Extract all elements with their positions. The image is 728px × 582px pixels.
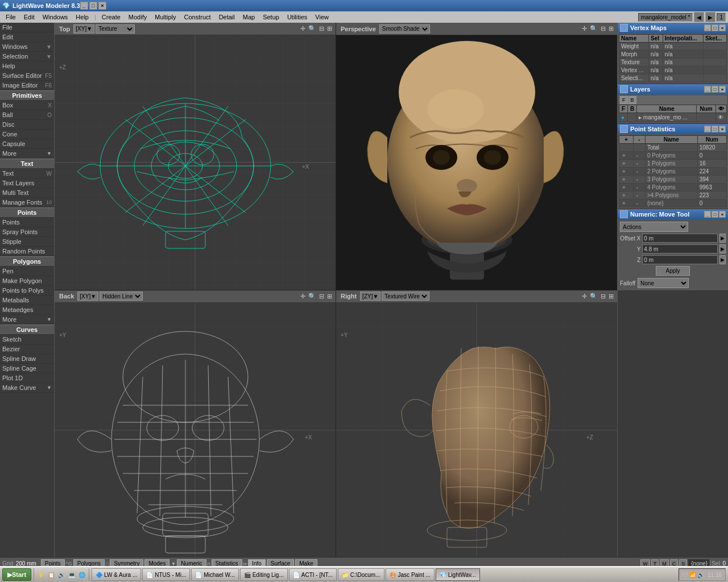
menu-multiply[interactable]: Multiply <box>151 13 179 21</box>
sidebar-item-cone[interactable]: Cone <box>0 130 54 139</box>
y-input[interactable] <box>642 244 718 253</box>
sidebar-item-manage-fonts[interactable]: Manage Fonts 10 <box>0 198 54 207</box>
tray-icon-3[interactable]: 🔊 <box>57 570 66 579</box>
y-arrow[interactable]: ▶ <box>719 244 726 253</box>
layers-close[interactable]: × <box>719 86 726 93</box>
sidebar-item-ball[interactable]: Ball O <box>0 110 54 120</box>
vp-right-move-icon[interactable]: ✛ <box>581 293 588 300</box>
layer-row-mangalore[interactable]: ● ▸ mangalore_mo ... 👁 <box>619 113 727 122</box>
vm-close[interactable]: × <box>719 24 726 31</box>
vp-fit-icon[interactable]: ⊞ <box>326 25 333 32</box>
layer-f-btn[interactable]: F <box>620 96 628 104</box>
actions-select[interactable]: Actions <box>620 222 688 232</box>
vp-persp-zoom2-icon[interactable]: ⊟ <box>599 25 607 32</box>
nav-next-button[interactable]: ▶ <box>705 12 715 22</box>
sidebar-item-surface-editor[interactable]: Surface Editor F5 <box>0 71 54 81</box>
sidebar-item-random-points[interactable]: Random Points <box>0 247 54 256</box>
menu-file[interactable]: File <box>2 13 19 21</box>
z-arrow[interactable]: ▶ <box>719 255 726 264</box>
close-button[interactable]: × <box>98 2 106 10</box>
vm-minimize[interactable]: _ <box>704 24 711 31</box>
vp-right-render-select[interactable]: Textured Wire Wireframe <box>382 292 429 301</box>
menu-view[interactable]: View <box>312 13 332 21</box>
vm-row-morph[interactable]: Morph n/a n/a <box>619 51 727 59</box>
vp-persp-move-icon[interactable]: ✛ <box>581 25 588 32</box>
sidebar-item-file[interactable]: File <box>0 23 54 32</box>
menu-construct[interactable]: Construct <box>181 13 214 21</box>
menu-edit[interactable]: Edit <box>20 13 38 21</box>
sidebar-item-metaedges[interactable]: Metaedges <box>0 305 54 315</box>
vp-zoom-out-icon[interactable]: ⊟ <box>318 25 325 32</box>
layer-b-btn[interactable]: B <box>628 96 636 104</box>
sidebar-item-multi-text[interactable]: Multi Text <box>0 188 54 198</box>
menu-setup[interactable]: Setup <box>259 13 283 21</box>
offset-x-input[interactable] <box>642 234 718 243</box>
sidebar-item-points-to-polys[interactable]: Points to Polys <box>0 286 54 296</box>
sidebar-item-windows[interactable]: Windows ▼ <box>0 42 54 52</box>
nav-prev-button[interactable]: ◀ <box>694 12 704 22</box>
nm-maximize[interactable]: □ <box>712 211 718 218</box>
tray-icon-1[interactable]: ⚡ <box>36 570 46 579</box>
taskbar-app-docum[interactable]: 📁 C:\Docum... <box>338 568 384 581</box>
minimize-button[interactable]: _ <box>80 2 88 10</box>
taskbar-app-lw-aura[interactable]: 🔷 LW & Aura ... <box>92 568 141 581</box>
taskbar-app-jasc[interactable]: 🎨 Jasc Paint ... <box>386 568 435 581</box>
menu-map[interactable]: Map <box>239 13 258 21</box>
offset-x-arrow[interactable]: ▶ <box>719 234 726 243</box>
start-button[interactable]: ▶ Start <box>2 568 31 581</box>
viewport-perspective[interactable]: Perspective Smooth Shade Textured ✛ 🔍 ⊟ … <box>336 23 617 290</box>
nm-minimize[interactable]: _ <box>704 211 711 218</box>
sidebar-item-spline-cage[interactable]: Spline Cage <box>0 364 54 373</box>
sidebar-item-pen[interactable]: Pen <box>0 267 54 276</box>
viewport-right[interactable]: Right [ZY]▼ Textured Wire Wireframe ✛ 🔍 … <box>336 290 617 558</box>
vp-back-render-select[interactable]: Hidden Line Wireframe <box>100 292 143 301</box>
vp-right-fit-icon[interactable]: ⊞ <box>607 293 615 300</box>
vp-perspective-render-select[interactable]: Smooth Shade Textured <box>379 24 430 34</box>
tray-icon-5[interactable]: 🌐 <box>77 570 86 579</box>
ps-close[interactable]: × <box>719 126 726 132</box>
vm-row-texture[interactable]: Texture n/a n/a <box>619 59 727 66</box>
sidebar-item-points[interactable]: Points <box>0 218 54 227</box>
apply-button[interactable]: Apply <box>656 266 689 276</box>
vp-back-zoom2-icon[interactable]: ⊟ <box>318 293 325 300</box>
vp-back-move-icon[interactable]: ✛ <box>299 293 307 300</box>
vp-top-render-select[interactable]: Texture Wireframe <box>96 24 135 34</box>
vm-row-selecti[interactable]: Selecti... n/a n/a <box>619 74 727 82</box>
layers-maximize[interactable]: □ <box>712 86 718 93</box>
vp-right-zoom-icon[interactable]: 🔍 <box>589 293 599 300</box>
tray-icon-4[interactable]: 💻 <box>67 570 76 579</box>
vp-back-zoom-icon[interactable]: 🔍 <box>307 293 317 300</box>
vm-row-vertex[interactable]: Vertex ... n/a n/a <box>619 66 727 74</box>
layers-minimize[interactable]: _ <box>704 86 711 93</box>
vp-move-icon[interactable]: ✛ <box>299 25 307 32</box>
ps-minimize[interactable]: _ <box>704 126 711 132</box>
vp-right-canvas[interactable]: +Y +Z <box>336 303 617 558</box>
sidebar-item-text-layers[interactable]: Text Layers <box>0 178 54 188</box>
sidebar-item-bezier[interactable]: Bezier <box>0 344 54 354</box>
sidebar-item-edit[interactable]: Edit <box>0 32 54 42</box>
sidebar-item-make-polygon[interactable]: Make Polygon <box>0 276 54 286</box>
vm-maximize[interactable]: □ <box>712 24 718 31</box>
vp-zoom-in-icon[interactable]: 🔍 <box>307 25 317 32</box>
sidebar-item-spline-draw[interactable]: Spline Draw <box>0 354 54 364</box>
ps-maximize[interactable]: □ <box>712 126 718 132</box>
vp-persp-fit-icon[interactable]: ⊞ <box>607 25 615 32</box>
vp-top-canvas[interactable]: +Z +X <box>55 35 336 290</box>
falloff-select[interactable]: None Linear Radial <box>638 278 689 288</box>
sidebar-item-box[interactable]: Box X <box>0 101 54 110</box>
sidebar-item-selection[interactable]: Selection ▼ <box>0 52 54 61</box>
vp-right-zoom2-icon[interactable]: ⊟ <box>599 293 607 300</box>
vp-back-fit-icon[interactable]: ⊞ <box>326 293 333 300</box>
vp-persp-zoom-icon[interactable]: 🔍 <box>589 25 599 32</box>
sidebar-item-sketch[interactable]: Sketch <box>0 335 54 344</box>
nm-close[interactable]: × <box>719 211 726 218</box>
sidebar-item-text[interactable]: Text W <box>0 169 54 178</box>
sidebar-item-spray-points[interactable]: Spray Points <box>0 227 54 237</box>
taskbar-app-michael[interactable]: 📄 Michael W... <box>191 568 238 581</box>
menu-utilities[interactable]: Utilities <box>284 13 311 21</box>
sidebar-item-help[interactable]: Help <box>0 61 54 71</box>
vp-back-mode-btn[interactable]: [XY]▼ <box>77 292 98 301</box>
sidebar-item-plot-1d[interactable]: Plot 1D <box>0 373 54 383</box>
viewport-top[interactable]: Top [XY]▼ Texture Wireframe ✛ 🔍 ⊟ ⊞ <box>55 23 336 290</box>
sidebar-item-disc[interactable]: Disc <box>0 120 54 130</box>
